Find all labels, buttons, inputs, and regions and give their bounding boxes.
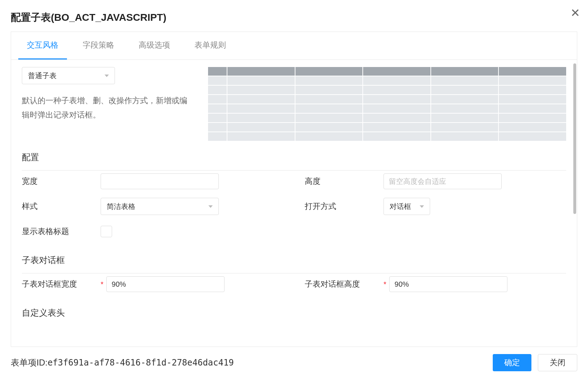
subtable-preview [208,67,566,141]
form-item-id-value: ef3f691a-af78-4616-8f1d-278e46dac419 [48,358,234,368]
tab-field-strategy[interactable]: 字段策略 [74,32,123,59]
row-dlg-height: 子表对话框高度 * [305,276,566,293]
tab-interaction-style[interactable]: 交互风格 [18,32,67,59]
footer-buttons: 确定 关闭 [493,354,577,371]
modal-header: 配置子表(BO_ACT_JAVASCRIPT) ✕ [0,0,588,24]
chevron-down-icon [105,75,109,77]
chevron-down-icon [420,205,424,208]
modal-body: 交互风格 字段策略 高级选项 表单规则 普通子表 默认的一种子表增、删、改操作方… [11,32,577,347]
subtable-type-left: 普通子表 默认的一种子表增、删、改操作方式，新增或编辑时弹出记录对话框。 [22,67,194,141]
required-marker: * [101,280,103,288]
section-title-dialog: 子表对话框 [22,254,566,273]
label-height: 高度 [305,176,384,187]
chevron-down-icon [208,205,213,208]
subtable-type-value: 普通子表 [28,71,57,81]
section-title-custom-header: 自定义表头 [22,307,566,319]
form-item-id-label: 表单项ID: [11,358,48,367]
label-show-title: 显示表格标题 [22,226,101,237]
tab-content: 普通子表 默认的一种子表增、删、改操作方式，新增或编辑时弹出记录对话框。 [11,60,577,347]
label-open-mode: 打开方式 [305,201,384,212]
section-title-config: 配置 [22,152,566,171]
tab-form-rules[interactable]: 表单规则 [186,32,235,59]
dialog-form: 子表对话框宽度 * 子表对话框高度 * [22,276,566,293]
label-dlg-height: 子表对话框高度 [305,279,384,290]
close-icon[interactable]: ✕ [570,7,580,19]
label-dlg-width: 子表对话框宽度 [22,279,101,290]
config-form: 宽度 高度 样式 简洁表格 打开方式 对话框 [22,173,566,240]
row-dlg-width: 子表对话框宽度 * [22,276,283,293]
subtable-type-select[interactable]: 普通子表 [22,67,115,84]
row-height: 高度 [305,173,566,190]
select-style[interactable]: 简洁表格 [101,198,219,215]
subtable-type-description: 默认的一种子表增、删、改操作方式，新增或编辑时弹出记录对话框。 [22,94,194,122]
tab-advanced-options[interactable]: 高级选项 [130,32,179,59]
scrollbar[interactable] [573,63,576,214]
confirm-button[interactable]: 确定 [493,354,531,371]
tabs-bar: 交互风格 字段策略 高级选项 表单规则 [11,32,577,60]
label-style: 样式 [22,201,101,212]
row-show-title: 显示表格标题 [22,223,283,240]
select-style-value: 简洁表格 [107,202,135,211]
select-open-mode[interactable]: 对话框 [384,198,430,215]
input-dlg-width[interactable] [106,276,225,292]
input-dlg-height[interactable] [389,276,507,292]
required-marker: * [384,280,386,288]
select-open-mode-value: 对话框 [390,202,411,211]
row-style: 样式 简洁表格 [22,198,283,215]
label-width: 宽度 [22,176,101,187]
input-width[interactable] [101,173,219,189]
close-button[interactable]: 关闭 [538,354,577,371]
input-height[interactable] [384,173,502,189]
form-item-id: 表单项ID:ef3f691a-af78-4616-8f1d-278e46dac4… [11,357,234,368]
modal-dialog: 配置子表(BO_ACT_JAVASCRIPT) ✕ 交互风格 字段策略 高级选项… [0,0,588,382]
modal-footer: 表单项ID:ef3f691a-af78-4616-8f1d-278e46dac4… [0,347,588,382]
subtable-type-section: 普通子表 默认的一种子表增、删、改操作方式，新增或编辑时弹出记录对话框。 [22,67,566,141]
checkbox-show-title[interactable] [101,226,112,237]
row-width: 宽度 [22,173,283,190]
modal-title: 配置子表(BO_ACT_JAVASCRIPT) [11,11,167,24]
row-open-mode: 打开方式 对话框 [305,198,566,215]
